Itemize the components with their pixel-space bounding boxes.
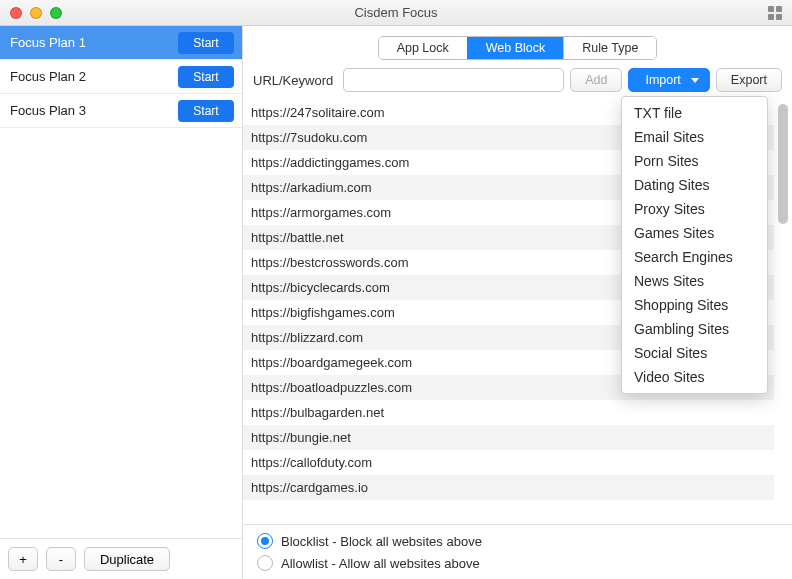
list-mode-footer: Blocklist - Block all websites above All…	[243, 524, 792, 579]
allowlist-label: Allowlist - Allow all websites above	[281, 556, 480, 571]
window-title: Cisdem Focus	[0, 5, 792, 20]
duplicate-plan-button[interactable]: Duplicate	[84, 547, 170, 571]
add-url-button[interactable]: Add	[570, 68, 622, 92]
allowlist-radio[interactable]	[257, 555, 273, 571]
close-icon[interactable]	[10, 7, 22, 19]
import-button-label: Import	[645, 73, 680, 87]
blocklist-radio[interactable]	[257, 533, 273, 549]
import-menu-item[interactable]: Dating Sites	[622, 173, 767, 197]
import-dropdown-menu: TXT fileEmail SitesPorn SitesDating Site…	[621, 96, 768, 394]
start-plan-button[interactable]: Start	[178, 32, 234, 54]
plan-label: Focus Plan 2	[10, 69, 86, 84]
url-row[interactable]: https://callofduty.com	[243, 450, 774, 475]
import-button[interactable]: Import	[628, 68, 709, 92]
plan-label: Focus Plan 1	[10, 35, 86, 50]
start-plan-button[interactable]: Start	[178, 66, 234, 88]
window-titlebar: Cisdem Focus	[0, 0, 792, 26]
url-row[interactable]: https://bulbagarden.net	[243, 400, 774, 425]
blocklist-label: Blocklist - Block all websites above	[281, 534, 482, 549]
zoom-icon[interactable]	[50, 7, 62, 19]
app-grid-icon[interactable]	[768, 6, 782, 20]
url-row[interactable]: https://bungie.net	[243, 425, 774, 450]
import-menu-item[interactable]: Email Sites	[622, 125, 767, 149]
sidebar-plan[interactable]: Focus Plan 3Start	[0, 94, 242, 128]
url-keyword-input[interactable]	[343, 68, 564, 92]
import-menu-item[interactable]: Gambling Sites	[622, 317, 767, 341]
plan-label: Focus Plan 3	[10, 103, 86, 118]
import-menu-item[interactable]: News Sites	[622, 269, 767, 293]
import-menu-item[interactable]: Shopping Sites	[622, 293, 767, 317]
import-menu-item[interactable]: Video Sites	[622, 365, 767, 389]
import-menu-item[interactable]: Social Sites	[622, 341, 767, 365]
main-panel: App LockWeb BlockRule Type URL/Keyword A…	[243, 26, 792, 579]
sidebar: Focus Plan 1StartFocus Plan 2StartFocus …	[0, 26, 243, 579]
chevron-down-icon	[691, 78, 699, 83]
export-button[interactable]: Export	[716, 68, 782, 92]
tab-app-lock[interactable]: App Lock	[379, 37, 467, 59]
add-plan-button[interactable]: +	[8, 547, 38, 571]
minimize-icon[interactable]	[30, 7, 42, 19]
scrollbar-thumb[interactable]	[778, 104, 788, 224]
url-keyword-label: URL/Keyword	[253, 73, 333, 88]
sidebar-plan[interactable]: Focus Plan 2Start	[0, 60, 242, 94]
sidebar-plan[interactable]: Focus Plan 1Start	[0, 26, 242, 60]
sidebar-footer: + - Duplicate	[0, 538, 242, 579]
tab-web-block[interactable]: Web Block	[467, 37, 564, 59]
tab-rule-type[interactable]: Rule Type	[563, 37, 656, 59]
url-row[interactable]: https://cardgames.io	[243, 475, 774, 500]
start-plan-button[interactable]: Start	[178, 100, 234, 122]
import-menu-item[interactable]: Porn Sites	[622, 149, 767, 173]
import-menu-item[interactable]: Proxy Sites	[622, 197, 767, 221]
import-menu-item[interactable]: TXT file	[622, 101, 767, 125]
tab-bar: App LockWeb BlockRule Type	[378, 36, 658, 60]
import-menu-item[interactable]: Games Sites	[622, 221, 767, 245]
import-menu-item[interactable]: Search Engines	[622, 245, 767, 269]
remove-plan-button[interactable]: -	[46, 547, 76, 571]
